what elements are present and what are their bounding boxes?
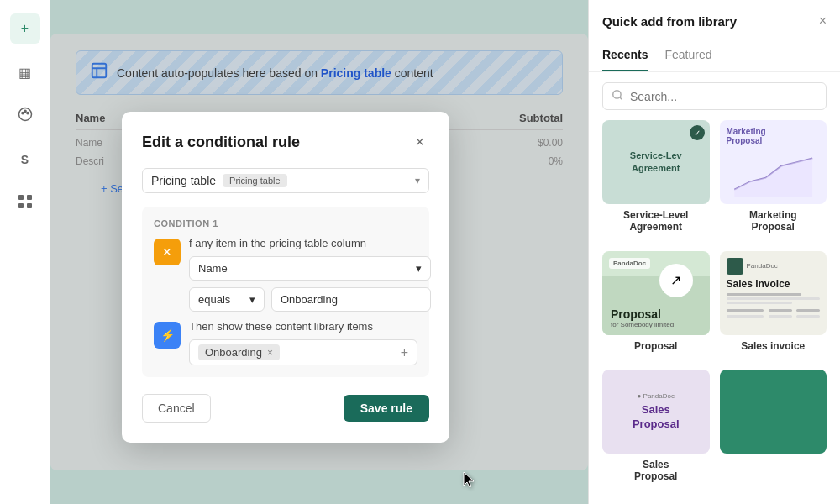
condition-label: CONDITION 1 bbox=[154, 218, 417, 228]
chevron-down-icon: ▾ bbox=[415, 175, 420, 186]
svg-marker-13 bbox=[734, 158, 812, 197]
tag-input: Onboarding × + bbox=[189, 339, 417, 365]
then-row: ⚡ Then show these content library items … bbox=[154, 320, 417, 365]
field-selects: Name ▾ bbox=[189, 256, 431, 281]
select-left: Pricing table Pricing table bbox=[151, 174, 287, 187]
dollar-icon: S bbox=[21, 153, 29, 166]
card-label: SalesProposal bbox=[602, 459, 710, 482]
invoice-lines bbox=[727, 293, 821, 318]
sidebar-icon-palette[interactable] bbox=[10, 101, 40, 131]
sidebar-icon-plus[interactable]: + bbox=[10, 13, 40, 44]
pricing-table-badge: Pricing table bbox=[223, 174, 287, 187]
svg-rect-4 bbox=[18, 195, 24, 200]
condition-block: CONDITION 1 ✕ f any item in the pricing … bbox=[142, 207, 429, 377]
svg-rect-6 bbox=[18, 203, 24, 208]
tab-featured[interactable]: Featured bbox=[664, 39, 711, 71]
library-item-proposal[interactable]: PandaDoc ↗ Proposal for Somebody limited… bbox=[602, 251, 710, 360]
tag-onboarding: Onboarding × bbox=[198, 344, 280, 360]
card-teal bbox=[720, 370, 827, 454]
then-content: Then show these content library items On… bbox=[189, 320, 417, 365]
card-service-level: Service-LevAgreement ✓ bbox=[602, 120, 710, 204]
library-item-sales-proposal[interactable]: ● PandaDoc SalesProposal SalesProposal bbox=[602, 370, 710, 491]
library-item-service-level[interactable]: Service-LevAgreement ✓ Service-LevelAgre… bbox=[602, 120, 710, 241]
modal-header: Edit a conditional rule × bbox=[142, 132, 429, 153]
tab-recents[interactable]: Recents bbox=[602, 39, 648, 71]
modal-close-button[interactable]: × bbox=[410, 132, 429, 153]
condition-description: f any item in the pricing table column bbox=[189, 237, 431, 249]
card-sales-proposal: ● PandaDoc SalesProposal bbox=[602, 370, 710, 454]
selected-checkmark: ✓ bbox=[690, 125, 705, 140]
cursor bbox=[460, 470, 477, 494]
sidebar-icon-grid[interactable]: ▦ bbox=[10, 57, 40, 87]
card-label: MarketingProposal bbox=[720, 209, 827, 233]
card-proposal: PandaDoc ↗ Proposal for Somebody limited bbox=[602, 251, 710, 335]
svg-rect-7 bbox=[27, 203, 32, 208]
save-rule-button[interactable]: Save rule bbox=[344, 395, 429, 422]
operator-select[interactable]: equals ▾ bbox=[189, 287, 265, 312]
sidebar-icon-dollar[interactable]: S bbox=[10, 144, 40, 175]
grid-icon: ▦ bbox=[18, 65, 31, 81]
apps-icon bbox=[18, 195, 32, 212]
then-description: Then show these content library items bbox=[189, 320, 417, 333]
condition-value-input[interactable] bbox=[271, 287, 431, 312]
proposal-arrow-icon: ↗ bbox=[659, 264, 693, 297]
modal-overlay: Edit a conditional rule × Pricing table … bbox=[50, 34, 588, 470]
card-label: Service-LevelAgreement bbox=[602, 209, 710, 233]
condition-content: f any item in the pricing table column N… bbox=[189, 237, 431, 312]
card-marketing: MarketingProposal bbox=[720, 120, 827, 204]
card-label: Sales invoice bbox=[720, 340, 827, 352]
search-container bbox=[602, 82, 827, 110]
invoice-header: PandaDoc bbox=[727, 258, 821, 275]
operator-chevron-icon: ▾ bbox=[249, 293, 255, 306]
tag-add-button[interactable]: + bbox=[401, 345, 408, 360]
lightning-icon: ⚡ bbox=[160, 328, 175, 342]
modal-title: Edit a conditional rule bbox=[142, 134, 300, 151]
palette-icon bbox=[18, 107, 33, 125]
panel-close-button[interactable]: × bbox=[819, 13, 827, 29]
library-item-invoice[interactable]: PandaDoc Sales invoice bbox=[720, 251, 827, 360]
card-label: Proposal bbox=[602, 340, 710, 352]
sidebar-icon-apps[interactable] bbox=[10, 188, 40, 218]
library-item-teal[interactable] bbox=[720, 370, 827, 491]
main-content: Content auto-populates here based on Pri… bbox=[50, 34, 588, 470]
right-panel: Quick add from library × Recents Feature… bbox=[588, 0, 840, 504]
invoice-logo bbox=[727, 258, 743, 275]
field-name-label: Name bbox=[198, 262, 228, 275]
library-item-marketing[interactable]: MarketingProposal MarketingProposal bbox=[720, 120, 827, 241]
tag-label: Onboarding bbox=[205, 346, 262, 359]
left-sidebar: + ▦ S bbox=[0, 0, 50, 504]
field-chevron-icon: ▾ bbox=[416, 262, 422, 275]
search-input[interactable] bbox=[630, 90, 817, 103]
panel-title: Quick add from library bbox=[602, 14, 737, 29]
edit-conditional-rule-modal: Edit a conditional rule × Pricing table … bbox=[122, 112, 449, 443]
library-grid: Service-LevAgreement ✓ Service-LevelAgre… bbox=[589, 120, 840, 504]
operator-label: equals bbox=[198, 293, 230, 306]
cancel-button[interactable]: Cancel bbox=[142, 394, 211, 423]
then-icon: ⚡ bbox=[154, 322, 181, 349]
svg-point-3 bbox=[26, 112, 28, 113]
condition-symbol: ✕ bbox=[162, 245, 172, 259]
panel-tabs: Recents Featured bbox=[589, 39, 840, 72]
operator-selects: equals ▾ bbox=[189, 287, 431, 312]
pricing-table-select[interactable]: Pricing table Pricing table ▾ bbox=[142, 168, 429, 193]
card-invoice: PandaDoc Sales invoice bbox=[720, 251, 827, 335]
condition-row: ✕ f any item in the pricing table column… bbox=[154, 237, 417, 312]
modal-footer: Cancel Save rule bbox=[142, 394, 429, 423]
svg-point-2 bbox=[24, 110, 25, 112]
condition-icon: ✕ bbox=[154, 239, 181, 265]
panel-header: Quick add from library × bbox=[589, 0, 840, 39]
select-label: Pricing table bbox=[151, 174, 216, 187]
svg-rect-5 bbox=[27, 195, 32, 200]
svg-point-11 bbox=[613, 91, 621, 98]
svg-line-12 bbox=[620, 97, 622, 100]
svg-point-1 bbox=[21, 112, 23, 113]
tag-remove-button[interactable]: × bbox=[267, 347, 273, 359]
search-icon bbox=[612, 89, 623, 103]
plus-icon: + bbox=[21, 21, 29, 36]
field-name-select[interactable]: Name ▾ bbox=[189, 256, 431, 281]
